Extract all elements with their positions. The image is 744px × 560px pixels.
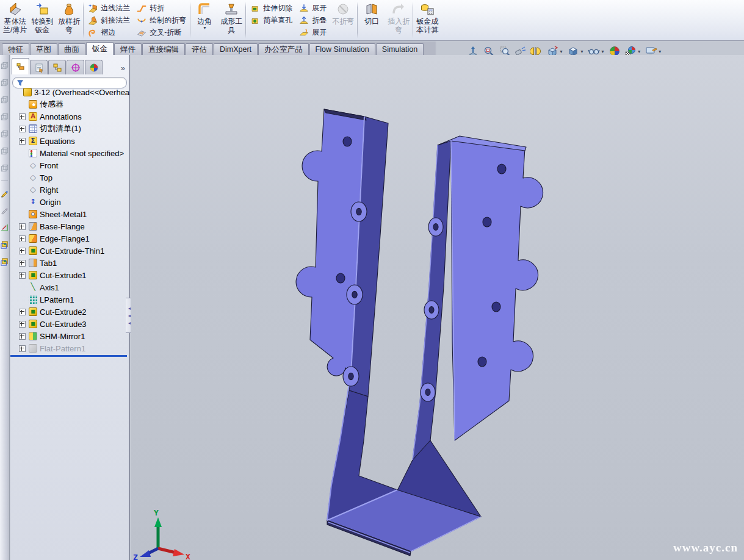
expand-icon[interactable] [19,138,26,145]
tree-item-cut-extrude2[interactable]: Cut-Extrude2 [10,306,129,318]
tree-item-axis1[interactable]: Axis1 [10,281,129,293]
expand-icon[interactable] [19,272,26,279]
smart-dimension-icon[interactable] [0,223,9,232]
expand-icon[interactable] [19,333,26,340]
tree-item-lpattern1[interactable]: LPattern1 [10,293,129,306]
dimxpertmanager-tab[interactable] [67,60,84,74]
tab-flow-simulation[interactable]: Flow Simulation [309,43,375,55]
jog-button[interactable]: 转折 [134,2,188,14]
view-left-icon[interactable] [0,95,9,104]
tree-item-flat-pattern1[interactable]: Flat-Pattern1 [10,342,129,354]
sheet-metal-costing-button[interactable]: 钣金成 本计算 [414,0,441,40]
tree-item-cut-extrude3[interactable]: Cut-Extrude3 [10,318,129,330]
convert-to-sheet-metal-button[interactable]: 转换到 钣金 [29,0,56,40]
unfold-button[interactable]: 展开 [297,2,328,14]
lofted-bend-button[interactable]: 放样折 弯 [56,0,82,40]
tree-item-origin[interactable]: Origin [10,196,129,208]
base-flange-icon [7,2,23,16]
tree-item-front-plane[interactable]: Front [10,159,129,171]
configurationmanager-tab[interactable] [48,60,66,74]
displaymanager-tab[interactable] [85,60,103,74]
expand-icon[interactable] [19,260,26,267]
sheet-metal-costing-icon [419,2,435,16]
tab-sheet-metal[interactable]: 钣金 [86,42,114,55]
tree-item-right-plane[interactable]: Right [10,184,129,196]
toolbar-separator [1,181,8,181]
edge-flange-icon [87,3,98,13]
feature-tree: 3-12 (Overhead<<Overhead 传感器 Annotations… [10,86,129,354]
view-bottom-icon[interactable] [0,146,9,156]
forming-tool-button[interactable]: 成形工 具 [218,0,245,40]
featuremanager-tree-tab[interactable] [12,58,29,74]
tree-item-sensors[interactable]: 传感器 [10,98,129,110]
tree-item-shm-mirror1[interactable]: SHM-Mirror1 [10,330,129,342]
fold-button[interactable]: 折叠 [297,14,328,26]
tab-office-products[interactable]: 办公室产品 [258,43,309,55]
expand-icon[interactable] [19,126,26,132]
miter-flange-button[interactable]: 斜接法兰 [85,14,132,26]
tree-item-material[interactable]: Material <not specified> [10,147,129,159]
tree-item-base-flange[interactable]: Base-Flange [10,220,129,232]
edge-flange-icon [29,234,37,243]
edit-sketch-icon[interactable] [0,206,9,215]
tab-weldments[interactable]: 焊件 [114,43,142,55]
expand-icon[interactable] [19,235,26,242]
flatten-button[interactable]: 展开 [297,26,328,38]
tab-sketch[interactable]: 草图 [30,43,57,55]
tree-item-cut-list[interactable]: 切割清单(1) [10,123,129,135]
tree-item-sheet-metal1[interactable]: Sheet-Metal1 [10,208,129,220]
expand-icon[interactable] [19,113,26,120]
propertymanager-tab[interactable] [30,60,48,74]
tab-simulation[interactable]: Simulation [376,43,424,55]
extruded-cut-button[interactable]: 拉伸切除 [248,2,294,14]
edge-flange-button[interactable]: 边线法兰 [85,2,132,14]
extrude-boss-icon[interactable] [0,240,9,249]
view-back-icon[interactable] [0,78,9,87]
expand-icon[interactable] [19,248,26,254]
view-isometric-icon[interactable] [0,163,9,173]
model-joist-hanger[interactable] [296,109,543,556]
tree-root-part[interactable]: 3-12 (Overhead<<Overhead [10,86,129,98]
tab-evaluate[interactable]: 评估 [186,43,213,55]
base-flange-button[interactable]: 基体法 兰/薄片 [1,0,29,40]
expand-icon[interactable] [19,223,26,230]
mirror-icon [29,332,37,340]
tree-item-top-plane[interactable]: Top [10,171,129,184]
simple-hole-button[interactable]: 简单直孔 [248,14,294,26]
dropdown-arrow-icon: ▼ [559,49,563,54]
view-front-icon[interactable] [0,61,9,70]
tab-surfaces[interactable]: 曲面 [58,43,85,55]
view-right-icon[interactable] [0,112,9,121]
rollback-bar[interactable] [10,355,127,357]
tab-features[interactable]: 特征 [2,43,29,55]
tree-item-annotations[interactable]: Annotations [10,110,129,123]
expand-icon[interactable] [19,309,26,315]
tree-item-tab1[interactable]: Tab1 [10,257,129,269]
cut-button-column: 拉伸切除 简单直孔 [247,0,295,40]
corners-button[interactable]: 边角 ▼ [191,0,218,40]
tree-item-cut-extrude-thin1[interactable]: Cut-Extrude-Thin1 [10,245,129,257]
orientation-triad: Y X Z [133,508,190,560]
cross-break-button[interactable]: 交叉-折断 [134,26,188,38]
graphics-area[interactable]: Y X Z www.ayc.cn [131,55,744,560]
sketch-icon[interactable] [0,189,9,198]
tab-direct-editing[interactable]: 直接编辑 [142,43,185,55]
sensors-folder-icon [29,100,37,109]
base-flange-icon [29,222,37,231]
panel-overflow-button[interactable]: » [118,63,128,74]
tab-dimxpert[interactable]: DimXpert [214,43,258,55]
ribbon-separator [245,2,246,38]
tab-feature-icon [29,259,37,267]
tree-item-edge-flange1[interactable]: Edge-Flange1 [10,232,129,245]
dropdown-arrow-icon: ▼ [637,49,641,54]
expand-icon[interactable] [19,321,26,328]
cut-extrude-icon [29,320,37,328]
view-top-icon[interactable] [0,129,9,138]
hem-button[interactable]: 褶边 [85,26,132,38]
rip-button[interactable]: 切口 [358,0,385,40]
expand-icon[interactable] [19,345,26,352]
tree-item-equations[interactable]: Equations [10,135,129,147]
tree-item-cut-extrude1[interactable]: Cut-Extrude1 [10,269,129,281]
extrude-cut-icon[interactable] [0,257,9,267]
sketched-bend-button[interactable]: 绘制的折弯 [134,14,188,26]
